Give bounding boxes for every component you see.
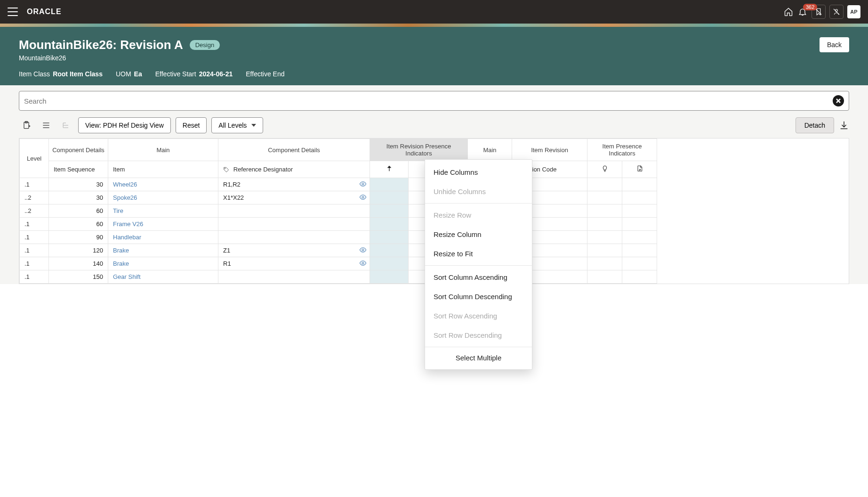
tree-icon: [58, 117, 73, 133]
cm-resize-to-fit[interactable]: Resize to Fit: [425, 244, 532, 263]
avatar[interactable]: AP: [847, 5, 860, 18]
cell-level: .1: [20, 270, 49, 284]
eye-icon[interactable]: [359, 180, 367, 187]
col-header-item[interactable]: Item: [108, 161, 218, 178]
detach-button[interactable]: Detach: [796, 117, 834, 133]
cell-presence-1: [587, 257, 622, 270]
cell-level: .1: [20, 178, 49, 191]
table-row[interactable]: .130Wheel26R1,R2A: [20, 178, 657, 191]
col-group-item-revision[interactable]: Item Revision: [512, 139, 587, 161]
cm-resize-column[interactable]: Resize Column: [425, 225, 532, 244]
col-header-sort-asc[interactable]: [370, 161, 409, 178]
cell-level: .1: [20, 257, 49, 270]
col-group-component-details[interactable]: Component Details: [49, 139, 108, 161]
cell-presence-1: [587, 204, 622, 218]
cell-presence-1: [587, 218, 622, 231]
download-icon[interactable]: [839, 120, 849, 130]
col-group-main-2[interactable]: Main: [468, 139, 512, 161]
clipboard-plus-icon[interactable]: [19, 117, 34, 133]
page-title: MountainBike26: Revision A: [19, 38, 183, 52]
table-row[interactable]: ..230Spoke26X1*X22A: [20, 191, 657, 204]
cell-item: Spoke26: [108, 191, 218, 204]
cell-presence-2: [622, 191, 657, 204]
cell-presence-2: [622, 204, 657, 218]
cm-hide-columns[interactable]: Hide Columns: [425, 163, 532, 182]
cell-presence-2: [622, 270, 657, 284]
home-icon[interactable]: [783, 7, 794, 17]
meta-key: UOM: [116, 70, 131, 78]
levels-label: All Levels: [218, 122, 247, 129]
levels-dropdown[interactable]: All Levels: [211, 117, 263, 133]
cell-presence-1: [587, 191, 622, 204]
item-link[interactable]: Tire: [113, 207, 123, 214]
item-link[interactable]: Wheel26: [113, 181, 137, 188]
col-header-presence-2[interactable]: [622, 161, 657, 178]
cell-presence-1: [587, 270, 622, 284]
cell-item: Tire: [108, 204, 218, 218]
toolbar: View: PDH Ref Desig View Reset All Level…: [19, 117, 849, 133]
cell-sequence: 60: [49, 204, 108, 218]
col-header-presence-1[interactable]: [587, 161, 622, 178]
cell-indicator-1: [370, 270, 409, 284]
col-group-main[interactable]: Main: [108, 139, 218, 161]
search-bar: [19, 91, 849, 111]
brand-text: ORACLE: [27, 8, 62, 16]
cell-indicator-1: [370, 178, 409, 191]
eye-icon[interactable]: [359, 193, 367, 201]
column-context-menu: Hide Columns Unhide Columns Resize Row R…: [425, 159, 532, 370]
col-group-item-presence[interactable]: Item Presence Indicators: [587, 139, 657, 161]
cell-ref: R1,R2: [218, 178, 370, 191]
cell-ref: [218, 270, 370, 284]
view-label: View: PDH Ref Desig View: [85, 122, 164, 129]
cell-item: Frame V26: [108, 218, 218, 231]
table-row[interactable]: .1150Gear ShiftA: [20, 270, 657, 284]
cm-sort-col-desc[interactable]: Sort Column Descending: [425, 287, 532, 306]
view-button[interactable]: View: PDH Ref Desig View: [78, 117, 171, 133]
reset-button[interactable]: Reset: [176, 117, 207, 133]
cell-level: ..2: [20, 204, 49, 218]
cell-item: Brake: [108, 244, 218, 257]
meta-key: Effective Start: [155, 70, 196, 78]
table-row[interactable]: .160Frame V26A: [20, 218, 657, 231]
cm-resize-row: Resize Row: [425, 205, 532, 225]
bookmark-user-off-icon[interactable]: [829, 5, 844, 19]
cell-sequence: 90: [49, 231, 108, 244]
table-row[interactable]: .190HandlebarA: [20, 231, 657, 244]
item-link[interactable]: Brake: [113, 260, 129, 267]
table-row[interactable]: ..260TireA: [20, 204, 657, 218]
col-header-level[interactable]: Level: [20, 139, 49, 178]
cell-presence-2: [622, 218, 657, 231]
item-link[interactable]: Handlebar: [113, 234, 141, 241]
item-link[interactable]: Frame V26: [113, 220, 143, 228]
back-button[interactable]: Back: [820, 37, 849, 52]
notifications-icon[interactable]: 362: [797, 7, 808, 17]
col-header-ref[interactable]: Reference Designator: [218, 161, 370, 178]
cm-select-multiple[interactable]: Select Multiple: [425, 347, 532, 367]
eye-icon[interactable]: [359, 259, 367, 267]
cell-presence-1: [587, 244, 622, 257]
page-subtitle: MountainBike26: [19, 54, 849, 62]
cm-sort-col-asc[interactable]: Sort Column Ascending: [425, 268, 532, 287]
search-input[interactable]: [24, 97, 833, 105]
item-link[interactable]: Gear Shift: [113, 273, 141, 280]
cell-level: .1: [20, 244, 49, 257]
col-group-item-revision-presence[interactable]: Item Revision Presence Indicators: [370, 139, 468, 161]
cell-indicator-1: [370, 204, 409, 218]
svg-point-20: [362, 183, 364, 185]
table-row[interactable]: .1140BrakeR1A: [20, 257, 657, 270]
clear-search-icon[interactable]: [833, 95, 844, 106]
meta-key: Item Class: [19, 70, 50, 78]
col-header-sequence[interactable]: Item Sequence: [49, 161, 108, 178]
item-link[interactable]: Brake: [113, 247, 129, 254]
menu-icon[interactable]: [8, 8, 18, 16]
eye-icon[interactable]: [359, 246, 367, 253]
status-badge: Design: [190, 40, 220, 50]
item-link[interactable]: Spoke26: [113, 194, 137, 201]
col-group-component-details-2[interactable]: Component Details: [218, 139, 370, 161]
cell-indicator-1: [370, 218, 409, 231]
table-row[interactable]: .1120BrakeZ1A: [20, 244, 657, 257]
cell-indicator-1: [370, 231, 409, 244]
navbar: ORACLE 362 AP: [0, 0, 868, 24]
list-icon[interactable]: [39, 117, 54, 133]
idea-icon: [601, 165, 609, 172]
